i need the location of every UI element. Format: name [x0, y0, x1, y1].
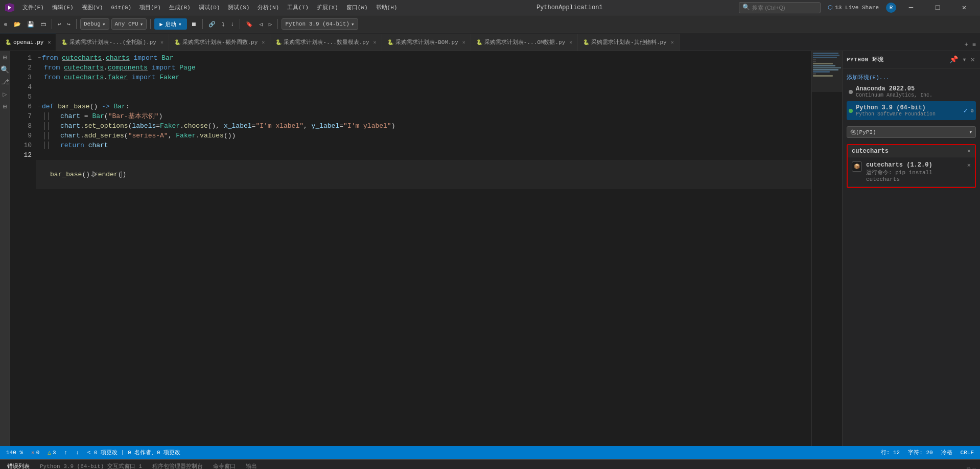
- tab-close-3[interactable]: ✕: [374, 39, 377, 45]
- global-search-bar[interactable]: 🔍: [739, 2, 821, 13]
- zoom-level[interactable]: 140 %: [4, 450, 25, 456]
- env-check-icon: ✓: [964, 106, 968, 115]
- menu-file[interactable]: 文件(F): [19, 3, 47, 12]
- fold-arrow-1[interactable]: −: [38, 53, 41, 63]
- panel-close-button[interactable]: ✕: [970, 54, 976, 65]
- menu-analyze[interactable]: 分析(N): [254, 3, 282, 12]
- tab-purchase-1[interactable]: 🐍 采购需求计划表-...(全托版).py ✕: [56, 34, 169, 51]
- menu-build[interactable]: 生成(B): [166, 3, 194, 12]
- tab-purchase-4[interactable]: 🐍 采购需求计划表-BOM.py ✕: [382, 34, 471, 51]
- error-count[interactable]: ✕ 0: [29, 449, 41, 456]
- panel-pin-button[interactable]: 📌: [948, 54, 959, 65]
- menu-window[interactable]: 窗口(W): [343, 3, 371, 12]
- undo-button[interactable]: ↩: [56, 20, 63, 29]
- debug-config-dropdown[interactable]: Debug ▾: [80, 18, 109, 30]
- activity-git-icon[interactable]: ⎇: [1, 78, 9, 86]
- activity-explorer-icon[interactable]: ⊞: [1, 53, 9, 61]
- activity-debug-icon[interactable]: ▷: [1, 90, 9, 98]
- search-result-box: cutecharts ✕ 📦 cutecharts (1.2.0) 运行命令: …: [847, 144, 976, 188]
- add-env-button[interactable]: 添加环境(E)...: [847, 73, 976, 82]
- right-panel-title: Python 环境: [847, 56, 884, 63]
- tab-close-6[interactable]: ✕: [671, 39, 674, 45]
- env-settings-icon[interactable]: ⚙: [971, 108, 974, 114]
- tab-close-4[interactable]: ✕: [462, 39, 465, 45]
- menu-debug[interactable]: 调试(D): [196, 3, 223, 12]
- tab-close-openai[interactable]: ✕: [48, 39, 51, 45]
- tab-error-list[interactable]: 错误列表: [2, 459, 35, 469]
- close-button[interactable]: ✕: [952, 0, 976, 15]
- panel-float-button[interactable]: ⎘: [967, 466, 970, 470]
- nav-down[interactable]: ↓: [74, 450, 81, 456]
- activity-extensions-icon[interactable]: ⊞: [1, 102, 9, 110]
- tab-package-manager[interactable]: 程序包管理器控制台: [147, 459, 208, 469]
- title-bar: 文件(F) 编辑(E) 视图(V) Git(G) 项目(P) 生成(B) 调试(…: [0, 0, 980, 15]
- fold-arrow-6[interactable]: −: [38, 102, 41, 111]
- run-button[interactable]: ▶ 启动 ▾: [154, 18, 186, 30]
- tab-purchase-3[interactable]: 🐍 采购需求计划表-...数量模表.py ✕: [270, 34, 382, 51]
- menu-view[interactable]: 视图(V): [79, 3, 106, 12]
- nav-up[interactable]: ↑: [62, 450, 69, 456]
- menu-help[interactable]: 帮助(H): [373, 3, 401, 12]
- tab-openai[interactable]: 🐍 openai.py ✕: [0, 34, 56, 51]
- char-info[interactable]: 字符: 20: [906, 449, 935, 456]
- tab-command[interactable]: 命令窗口: [208, 459, 241, 469]
- python-file-icon: 🐍: [583, 39, 589, 45]
- menu-test[interactable]: 测试(S): [225, 3, 252, 12]
- tab-close-1[interactable]: ✕: [160, 39, 164, 45]
- live-share-button[interactable]: ⬡ 13 Live Share: [824, 3, 883, 12]
- user-avatar: R: [886, 3, 896, 13]
- attach-button[interactable]: 🔗: [206, 20, 218, 29]
- save-all-button[interactable]: 🗃: [38, 20, 48, 29]
- new-file-button[interactable]: ⊕: [2, 20, 10, 29]
- line-ending[interactable]: CRLF: [959, 450, 976, 456]
- step-over-button[interactable]: ⤵: [220, 20, 227, 29]
- menu-git[interactable]: Git(G): [108, 4, 134, 12]
- env-item-python39[interactable]: Python 3.9 (64-bit) Python Software Foun…: [847, 101, 976, 120]
- save-button[interactable]: 💾: [25, 20, 36, 29]
- menu-project[interactable]: 项目(P): [136, 3, 164, 12]
- tab-purchase-2[interactable]: 🐍 采购需求计划表-额外周数.py ✕: [169, 34, 270, 51]
- maximize-button[interactable]: □: [926, 0, 949, 15]
- step-into-button[interactable]: ↓: [229, 20, 237, 28]
- code-content[interactable]: − from cutecharts.charts import Bar from…: [36, 51, 811, 446]
- tab-purchase-6[interactable]: 🐍 采购需求计划表-其他物料.py ✕: [578, 34, 679, 51]
- update-info[interactable]: < 0 项更改 | 0 名作者、0 项更改: [85, 449, 183, 456]
- menu-extensions[interactable]: 扩展(X): [314, 3, 341, 12]
- nav-forward-button[interactable]: ▷: [267, 20, 274, 29]
- status-right: 行: 12 字符: 20 冷格 CRLF: [879, 449, 976, 456]
- encoding-info[interactable]: 冷格: [939, 449, 954, 456]
- stop-button[interactable]: ⏹: [189, 20, 199, 29]
- tab-output[interactable]: 输出: [241, 459, 262, 469]
- panel-menu-button[interactable]: ▾: [961, 54, 967, 65]
- tab-list-button[interactable]: ≡: [970, 39, 978, 51]
- cpu-config-dropdown[interactable]: Any CPU ▾: [111, 18, 147, 30]
- open-folder-button[interactable]: 📂: [12, 20, 23, 29]
- nav-back-button[interactable]: ◁: [257, 20, 265, 29]
- tab-python-interactive[interactable]: Python 3.9 (64-bit) 交互式窗口 1: [35, 459, 147, 469]
- result-item-close-button[interactable]: ✕: [967, 161, 971, 169]
- minimize-button[interactable]: ─: [899, 0, 923, 15]
- panel-close-btn[interactable]: ✕: [972, 466, 976, 469]
- line-info[interactable]: 行: 12: [879, 449, 902, 456]
- tab-purchase-5[interactable]: 🐍 采购需求计划表-...OM数据.py ✕: [471, 34, 578, 51]
- menu-tools[interactable]: 工具(T): [284, 3, 312, 12]
- pkg-dropdown[interactable]: 包(PyPI) ▾: [847, 126, 976, 138]
- new-tab-button[interactable]: +: [963, 39, 970, 51]
- search-result-close-button[interactable]: ✕: [967, 147, 971, 155]
- bottom-panel: 错误列表 Python 3.9 (64-bit) 交互式窗口 1 程序包管理器控…: [0, 459, 980, 469]
- code-editor[interactable]: 1 2 3 4 5 6 7 8 9 10 12 − from cutechart…: [10, 51, 842, 446]
- code-line-2: from cutecharts.components import Page: [36, 63, 811, 73]
- redo-button[interactable]: ↪: [65, 20, 73, 29]
- activity-search-icon[interactable]: 🔍: [1, 65, 9, 74]
- search-result-header: cutecharts ✕: [848, 145, 975, 157]
- tab-close-2[interactable]: ✕: [262, 39, 265, 45]
- env-item-anaconda[interactable]: Anaconda 2022.05 Continuum Analytics, In…: [847, 82, 976, 101]
- warning-count[interactable]: △ 3: [45, 449, 58, 456]
- code-line-11: [36, 150, 811, 160]
- bookmark-button[interactable]: 🔖: [244, 20, 255, 29]
- install-command[interactable]: 运行命令: pip install cutecharts: [866, 169, 963, 182]
- menu-edit[interactable]: 编辑(E): [49, 3, 77, 12]
- python-version-dropdown[interactable]: Python 3.9 (64-bit) ▾: [282, 18, 358, 30]
- tab-close-5[interactable]: ✕: [569, 39, 572, 45]
- search-input[interactable]: [752, 5, 813, 11]
